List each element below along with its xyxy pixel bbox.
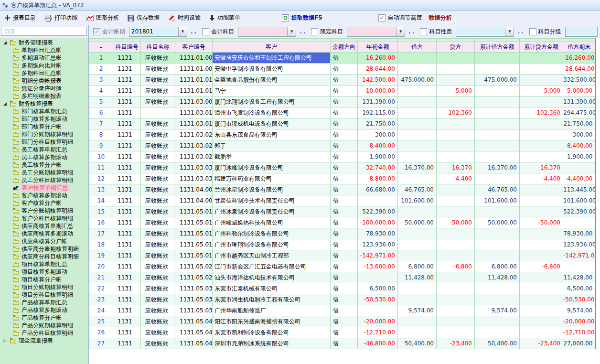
customer-name[interactable]: 汕头市海洋达机电技术有限公司: [213, 272, 331, 283]
row-number[interactable]: 12: [89, 173, 113, 184]
ending-debit[interactable]: 6,500.00: [563, 283, 596, 294]
customer-name[interactable]: 郑于: [213, 140, 331, 151]
cumulative-credit[interactable]: -102,360: [520, 107, 563, 118]
subject-code[interactable]: 1131: [113, 107, 141, 118]
subject-code[interactable]: 1131: [113, 272, 141, 283]
ending-debit[interactable]: -16,260.00: [563, 53, 596, 64]
initial-amount[interactable]: -8,400.00: [358, 140, 398, 151]
table-row-25[interactable]: 251131应收账款1131.05.041阳江市阳东兴盛南海捕捞有限公司借-20…: [89, 316, 596, 327]
row-number[interactable]: 20: [89, 261, 113, 272]
subject-code[interactable]: 1131: [113, 228, 141, 239]
debit[interactable]: [398, 129, 437, 140]
balance-direction[interactable]: 借: [331, 53, 358, 64]
customer-name[interactable]: 东莞市汇泰机械有限公司: [213, 283, 331, 294]
tree-item-单期科目汇总帐[interactable]: 单期科目汇总帐: [0, 46, 88, 54]
customer-code[interactable]: 1131.05.010: [175, 206, 213, 217]
expanded-arrow-icon[interactable]: ◢: [2, 40, 8, 45]
tree-item-员工核算单期汇总[interactable]: 员工核算单期汇总: [0, 146, 88, 153]
debit[interactable]: [398, 118, 437, 129]
cumulative-credit[interactable]: [520, 75, 563, 86]
subject-name[interactable]: 应收账款: [141, 250, 175, 261]
table-row-19[interactable]: 191131应收账款1131.05.019广州市越秀区天山制冷工程部借-142,…: [89, 250, 596, 261]
debit[interactable]: [398, 316, 437, 327]
customer-code[interactable]: 1131.05.042: [175, 327, 213, 338]
ending-debit[interactable]: 131,390.00: [563, 96, 596, 107]
auto-height-checkbox-group[interactable]: 自动调节高度: [378, 14, 422, 22]
row-number[interactable]: 14: [89, 195, 113, 206]
subject-code[interactable]: 1131: [113, 305, 141, 316]
balance-direction[interactable]: 借: [331, 96, 358, 107]
subject-code[interactable]: 1131: [113, 294, 141, 305]
debit[interactable]: [398, 96, 437, 107]
balance-direction[interactable]: 借: [331, 272, 358, 283]
customer-code[interactable]: 1131.04.003: [175, 195, 213, 206]
cumulative-credit[interactable]: [520, 305, 563, 316]
tree-item-项目核算多期滚动[interactable]: 项目核算多期滚动: [0, 268, 88, 276]
debit[interactable]: [398, 250, 437, 261]
customer-code[interactable]: 1131.05.044: [175, 338, 213, 349]
filter-checkbox[interactable]: [202, 28, 209, 35]
row-number[interactable]: 23: [89, 294, 113, 305]
subject-name[interactable]: 应收账款: [141, 338, 175, 349]
filter-combo-value[interactable]: [456, 27, 505, 36]
subject-name[interactable]: 应收账款: [141, 239, 175, 250]
subject-name[interactable]: 应收账款: [141, 64, 175, 75]
subject-code[interactable]: 1131: [113, 327, 141, 338]
initial-amount[interactable]: -32,740.00: [358, 162, 398, 173]
cumulative-credit[interactable]: [520, 272, 563, 283]
cumulative-credit[interactable]: [520, 228, 563, 239]
credit[interactable]: -5,000: [437, 86, 475, 96]
row-number[interactable]: 24: [89, 305, 113, 316]
customer-code[interactable]: 1131.05.019: [175, 250, 213, 261]
tree-item-供应商核算分户帐[interactable]: 供应商核算分户帐: [0, 237, 88, 245]
tree-item-凭证分录序时簿[interactable]: 凭证分录序时簿: [0, 85, 88, 92]
ending-debit[interactable]: -4,400.00: [563, 173, 596, 184]
credit[interactable]: [437, 250, 475, 261]
customer-code[interactable]: 1131.03.027: [175, 151, 213, 162]
ending-debit[interactable]: [563, 162, 596, 173]
filter-combo-value[interactable]: [566, 27, 597, 36]
cumulative-debit[interactable]: [475, 118, 520, 129]
customer-code[interactable]: 1131.03.013: [175, 107, 213, 118]
row-number[interactable]: 3: [89, 75, 113, 86]
ending-debit[interactable]: [563, 217, 596, 228]
filter-checkbox[interactable]: [529, 28, 536, 35]
table-row-8[interactable]: 81131应收账款1131.03.022东山县东茂食品有限公司借300.0030…: [89, 129, 596, 140]
subject-name[interactable]: 应收账款: [141, 283, 175, 294]
tree-item-部门分账期核算明细[interactable]: 部门分账期核算明细: [0, 130, 88, 138]
ending-debit[interactable]: 101,600.00: [563, 195, 596, 206]
cumulative-credit[interactable]: [520, 184, 563, 195]
subject-code[interactable]: 1131: [113, 151, 141, 162]
row-number[interactable]: 2: [89, 64, 113, 75]
table-row-10[interactable]: 101131应收账款1131.03.027戴鹏举借1,900.001,900.0…: [89, 151, 596, 162]
customer-name[interactable]: 东莞市润生机电制冷工程有限公司: [213, 294, 331, 305]
credit[interactable]: [437, 184, 475, 195]
tree-item-客户分账期核算明细[interactable]: 客户分账期核算明细: [0, 207, 88, 214]
cumulative-debit[interactable]: 50,400.00: [475, 338, 520, 349]
toolbar-button-2[interactable]: 打印功能: [44, 14, 77, 22]
customer-code[interactable]: 1131.05.018: [175, 239, 213, 250]
balance-direction[interactable]: 借: [331, 151, 358, 162]
row-number[interactable]: 25: [89, 316, 113, 327]
subject-name[interactable]: 应收账款: [141, 118, 175, 129]
subject-code[interactable]: 1131: [113, 96, 141, 107]
debit[interactable]: 101,600.00: [398, 195, 437, 206]
credit[interactable]: [437, 294, 475, 305]
cumulative-debit[interactable]: [475, 239, 520, 250]
cumulative-debit[interactable]: [475, 140, 520, 151]
subject-name[interactable]: 应收账款: [141, 151, 175, 162]
tree-item-明细分类帐报表[interactable]: 明细分类帐报表: [0, 77, 88, 85]
tree-item-多期科目汇总帐[interactable]: 多期科目汇总帐: [0, 69, 88, 77]
customer-name[interactable]: 广州峻威换热科技有限公司: [213, 217, 331, 228]
table-row-4[interactable]: 41131应收账款1131.01.018马宁借-10,000.00-5,000-…: [89, 86, 596, 96]
balance-direction[interactable]: 借: [331, 261, 358, 272]
initial-amount[interactable]: -100,000.00: [358, 217, 398, 228]
ending-debit[interactable]: -20,000.00: [563, 316, 596, 327]
table-row-7[interactable]: 71131应收账款1131.03.018厦门市瑧成机电设备有限公司借21,750…: [89, 118, 596, 129]
row-number[interactable]: 1: [89, 53, 113, 64]
cumulative-credit[interactable]: [520, 140, 563, 151]
tree-item-员工分科目核算明细[interactable]: 员工分科目核算明细: [0, 176, 88, 184]
cumulative-credit[interactable]: [520, 118, 563, 129]
credit[interactable]: [437, 206, 475, 217]
table-row-15[interactable]: 151131应收账款1131.05.010广州冰泉制冷设备有限责任公司借522,…: [89, 206, 596, 217]
